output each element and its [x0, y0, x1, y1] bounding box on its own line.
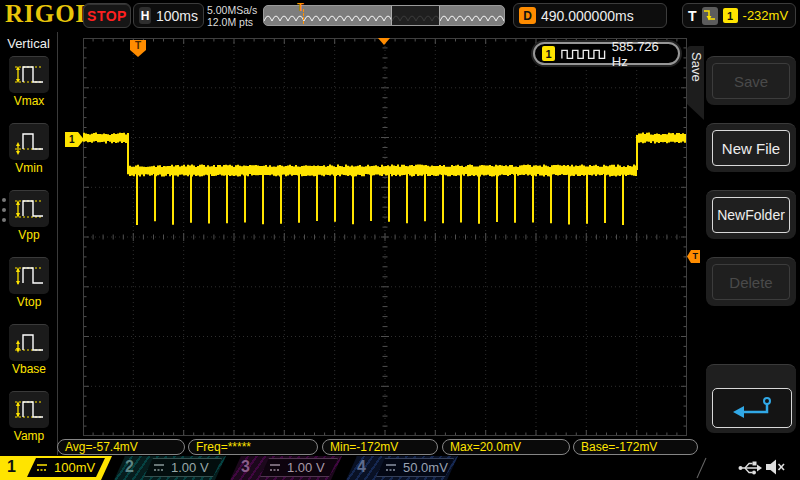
menu-item-vpp[interactable]: Vpp — [9, 190, 49, 242]
run-state-label: STOP — [87, 8, 127, 24]
sample-rate: 5.00MSa/s — [207, 4, 257, 16]
vmin-icon — [13, 128, 45, 156]
save-menu-tab-label: Save — [689, 52, 704, 82]
memory-trigger-marker: T — [297, 1, 304, 13]
trigger-source-badge: 1 — [723, 8, 738, 23]
menu-label-vbase: Vbase — [9, 362, 49, 376]
return-arrow-icon — [730, 395, 774, 421]
acquisition-readout: 5.00MSa/s 12.0M pts — [207, 4, 257, 28]
channel1-scale: 100mV — [54, 460, 95, 475]
menu-label-vamp: Vamp — [9, 429, 49, 443]
brand-logo: RIGOL — [5, 0, 93, 28]
menu-item-vmin[interactable]: Vmin — [9, 123, 49, 175]
oscilloscope-screen: RIGOL STOP H 100ms 5.00MSa/s 12.0M pts T… — [0, 0, 800, 480]
dc-coupling-icon — [269, 463, 281, 472]
new-folder-button-label: NewFolder — [717, 207, 785, 223]
usb-icon — [738, 460, 762, 476]
trigger-box: T 1 -232mV — [682, 3, 796, 28]
menu-page-dot — [2, 208, 6, 212]
dc-coupling-icon — [36, 463, 48, 472]
delay-value: 490.000000ms — [541, 8, 634, 24]
speaker-muted-icon — [764, 458, 786, 476]
counter-value: 585.726 Hz — [612, 39, 671, 69]
channel1-id: 1 — [7, 458, 16, 476]
trigger-label: T — [688, 8, 697, 24]
channel1-ground-marker[interactable]: 1 — [65, 132, 84, 147]
menu-label-vpp: Vpp — [9, 228, 49, 242]
left-menu-title: Vertical — [0, 36, 57, 51]
channel1-block[interactable]: 1 100mV — [0, 456, 112, 480]
channel2-scale: 1.00 V — [171, 460, 209, 475]
frequency-counter: 1 585.726 Hz — [533, 42, 680, 65]
status-divider — [697, 458, 707, 479]
measurement-avg: Avg=-57.4mV — [57, 439, 185, 455]
trigger-level-marker[interactable]: T — [687, 250, 700, 263]
trigger-slope-icon — [702, 7, 718, 25]
measurement-freq: Freq=***** — [188, 439, 318, 455]
new-file-button-label: New File — [722, 140, 780, 157]
save-button[interactable]: Save — [706, 56, 796, 105]
channel3-scale-box: 1.00 V — [260, 458, 338, 477]
channel3-scale: 1.00 V — [287, 460, 325, 475]
menu-item-vmax[interactable]: Vmax — [9, 56, 49, 108]
vtop-icon — [13, 262, 45, 290]
dc-coupling-icon — [153, 463, 165, 472]
channel4-id: 4 — [357, 458, 366, 476]
menu-page-dot — [2, 198, 6, 202]
channel2-id: 2 — [125, 458, 134, 476]
channel3-id: 3 — [241, 458, 250, 476]
run-state-badge: STOP — [83, 3, 131, 28]
measurement-min: Min=-172mV — [322, 439, 438, 455]
dc-coupling-icon — [385, 463, 397, 472]
measurement-base: Base=-172mV — [573, 439, 698, 455]
channel4-scale-box: 50.0mV — [376, 458, 454, 477]
channel3-block[interactable]: 3 1.00 V — [230, 456, 342, 480]
trigger-level-value: -232mV — [743, 8, 789, 23]
menu-label-vmax: Vmax — [9, 94, 49, 108]
memory-position-bar: T — [263, 5, 505, 26]
graticule — [83, 38, 687, 436]
menu-item-vtop[interactable]: Vtop — [9, 257, 49, 309]
new-file-button[interactable]: New File — [706, 123, 796, 172]
channel2-scale-box: 1.00 V — [144, 458, 222, 477]
timebase-value: 100ms — [156, 8, 198, 24]
menu-page-dot — [2, 218, 6, 222]
memory-depth: 12.0M pts — [207, 16, 257, 28]
new-folder-button[interactable]: NewFolder — [706, 190, 796, 239]
save-button-label: Save — [734, 73, 768, 90]
timebase-box: H 100ms — [133, 3, 204, 28]
menu-label-vmin: Vmin — [9, 161, 49, 175]
horizontal-badge: H — [139, 7, 151, 24]
menu-item-vamp[interactable]: Vamp — [9, 391, 49, 443]
memory-display-window — [391, 6, 440, 25]
channel4-scale: 50.0mV — [403, 460, 448, 475]
measurement-max: Max=20.0mV — [442, 439, 570, 455]
menu-label-vtop: Vtop — [9, 295, 49, 309]
save-menu-tab: Save — [687, 46, 704, 120]
counter-channel-badge: 1 — [542, 46, 555, 61]
vmax-icon — [13, 61, 45, 89]
back-button[interactable] — [712, 388, 792, 428]
vbase-icon — [13, 329, 45, 357]
channel2-block[interactable]: 2 1.00 V — [114, 456, 226, 480]
delete-button-label: Delete — [729, 274, 772, 291]
delay-badge: D — [519, 7, 536, 24]
delete-button[interactable]: Delete — [706, 257, 796, 306]
vpp-icon — [13, 195, 45, 223]
left-menu-divider — [57, 32, 58, 455]
channel1-scale-box: 100mV — [27, 458, 105, 477]
menu-item-vbase[interactable]: Vbase — [9, 324, 49, 376]
square-wave-icon — [561, 47, 605, 61]
vamp-icon — [13, 396, 45, 424]
channel4-block[interactable]: 4 50.0mV — [346, 456, 458, 480]
delay-box: D 490.000000ms — [513, 3, 667, 28]
